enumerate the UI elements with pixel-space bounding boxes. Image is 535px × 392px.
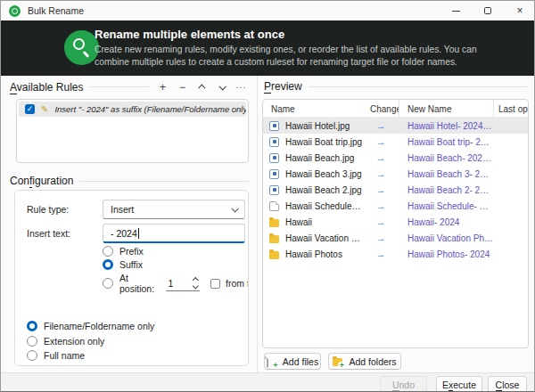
available-rules-header: Available Rules + − ··· [10,80,249,94]
change-arrow-icon: → [363,249,399,259]
maximize-icon [484,7,491,14]
table-row[interactable]: Hawaii Beach.jpg → Hawaii Beach- 2024.jp… [263,150,528,166]
file-type-icon [269,251,279,259]
new-file-name: Hawaii Schedule- 2024.docx [399,201,493,211]
maximize-button[interactable] [472,1,504,20]
insert-text-label: Insert text: [27,228,70,239]
execute-button[interactable]: Execute [436,376,482,392]
suffix-radio[interactable]: Suffix [103,259,143,270]
new-file-name: Hawaii Beach 3- 2024.jpg [399,169,493,179]
scope-filename-radio[interactable]: Filename/Foldername only [27,321,154,331]
configuration-header: Configuration [10,175,249,187]
change-arrow-icon: → [363,200,399,211]
change-arrow-icon: → [363,136,399,147]
table-row[interactable]: Hawaii Vacation Photos → Hawaii Vacation… [263,230,528,246]
scope-fullname-radio[interactable]: Full name [27,350,85,361]
table-row[interactable]: Hawaii Boat trip.jpg → Hawaii Boat trip-… [263,134,528,150]
file-name: Hawaii Vacation Photos [285,233,363,243]
change-arrow-icon: → [363,120,399,131]
change-arrow-icon: → [363,233,399,243]
table-row[interactable]: Hawaii Beach 3.jpg → Hawaii Beach 3- 202… [263,166,528,182]
app-icon [9,5,21,17]
rule-type-dropdown[interactable]: Insert [103,200,245,219]
file-type-icon [269,185,279,195]
table-row[interactable]: Hawaii → Hawaii- 2024 [263,214,528,230]
close-window-button[interactable]: × [504,1,535,20]
more-options-button[interactable]: ··· [234,80,249,94]
rule-enabled-checkbox[interactable]: ✓ [25,104,35,114]
position-stepper[interactable]: 1 [166,275,201,291]
stepper-down-icon[interactable] [193,283,198,289]
rule-list-item[interactable]: ✓ ✎ Insert "- 2024" as suffix (Filename/… [19,102,246,117]
file-name: Hawaii Beach.jpg [285,153,354,163]
add-rule-button[interactable]: + [155,80,170,94]
new-file-name: Hawaii Beach- 2024.jpg [399,153,493,163]
from-right-checkbox[interactable] [210,279,220,289]
rule-label: Insert "- 2024" as suffix (Filename/Fold… [54,104,246,114]
column-new-name[interactable]: New Name [399,100,493,118]
new-file-name: Hawaii Hotel- 2024.jpg [399,121,493,131]
file-type-icon [269,201,279,211]
remove-rule-button[interactable]: − [175,80,190,94]
available-rules-label: Available Rules [10,81,84,94]
radio-selected-icon [27,321,37,331]
change-arrow-icon: → [363,152,399,163]
banner-description: Create new renaming rules, modify existi… [95,44,512,68]
rules-list: ✓ ✎ Insert "- 2024" as suffix (Filename/… [16,99,249,163]
chevron-down-icon [218,83,226,90]
divider [90,86,149,87]
file-type-icon [269,153,279,163]
radio-icon [27,336,37,347]
file-name: Hawaii Hotel.jpg [285,121,350,131]
preview-table: Name Change New Name Last op... Hawaii H… [262,99,529,348]
file-name: Hawaii Photos [285,249,342,259]
table-row[interactable]: Hawaii Photos → Hawaii Photos- 2024 [263,246,528,262]
pane-divider [257,76,258,372]
undo-button[interactable]: Undo [380,376,427,392]
stepper-up-icon[interactable] [193,277,198,282]
file-type-icon [269,219,279,227]
column-name[interactable]: Name [263,100,363,118]
insert-text-value: - 2024 [111,228,137,239]
table-row[interactable]: Hawaii Hotel.jpg → Hawaii Hotel- 2024.jp… [263,118,528,134]
file-type-icon [269,137,279,147]
configuration-panel: Rule type: Insert Insert text: - 2024 Pr… [14,190,249,366]
file-name: Hawaii Beach 3.jpg [285,169,362,179]
column-change[interactable]: Change [363,100,399,118]
change-arrow-icon: → [363,184,399,195]
change-arrow-icon: → [363,168,399,179]
minus-icon: − [179,81,185,94]
table-row[interactable]: Hawaii Beach 2.jpg → Hawaii Beach 2- 202… [263,182,528,198]
insert-text-input[interactable]: - 2024 [103,224,245,243]
minimize-icon [452,11,460,12]
minimize-button[interactable] [440,1,472,20]
radio-selected-icon [103,259,113,270]
add-folders-button[interactable]: + Add folders [328,353,401,370]
rule-type-value: Insert [111,204,134,215]
radio-icon [103,246,113,257]
file-name: Hawaii Boat trip.jpg [285,137,362,147]
configuration-label: Configuration [10,175,73,187]
move-rule-up-button[interactable] [194,80,210,94]
plus-icon: + [160,81,166,94]
file-type-icon [269,121,279,131]
move-rule-down-button[interactable] [214,80,229,94]
preview-label: Preview [264,80,302,93]
new-file-name: Hawaii Boat trip- 2024.jpg [399,137,493,147]
file-type-icon [269,235,279,243]
file-type-icon [269,169,279,179]
add-files-button[interactable]: + Add files [264,353,321,370]
file-name: Hawaii Schedule.docx [285,201,363,211]
position-value: 1 [169,278,174,289]
add-folder-icon: + [333,356,342,366]
file-name: Hawaii Beach 2.jpg [285,185,362,195]
prefix-radio[interactable]: Prefix [103,246,144,257]
footer-bar: Undo Execute Close [1,372,535,392]
scope-extension-radio[interactable]: Extension only [27,336,104,347]
close-button[interactable]: Close [488,376,527,392]
at-position-radio[interactable]: At position: 1 from the right [103,273,249,294]
table-row[interactable]: Hawaii Schedule.docx → Hawaii Schedule- … [263,198,528,214]
column-last-operation[interactable]: Last op... [493,100,528,118]
change-arrow-icon: → [363,216,399,227]
divider [309,86,527,87]
